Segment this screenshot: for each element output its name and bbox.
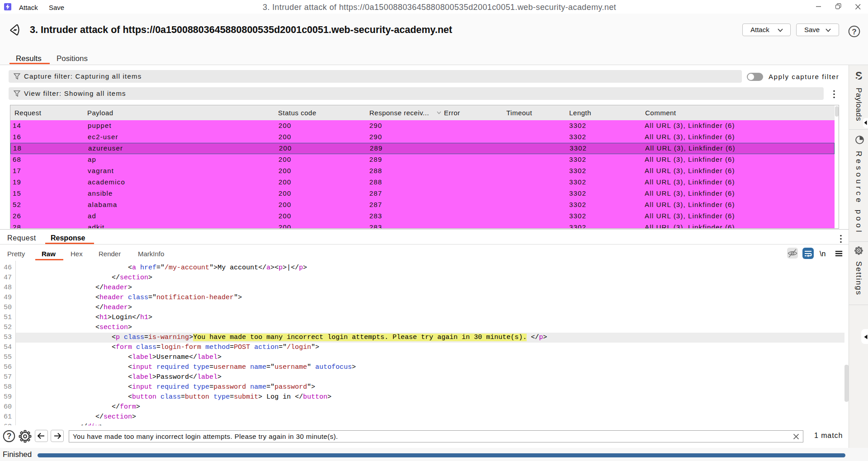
svg-text:?: ? [852,28,856,36]
svg-text:?: ? [7,432,12,441]
